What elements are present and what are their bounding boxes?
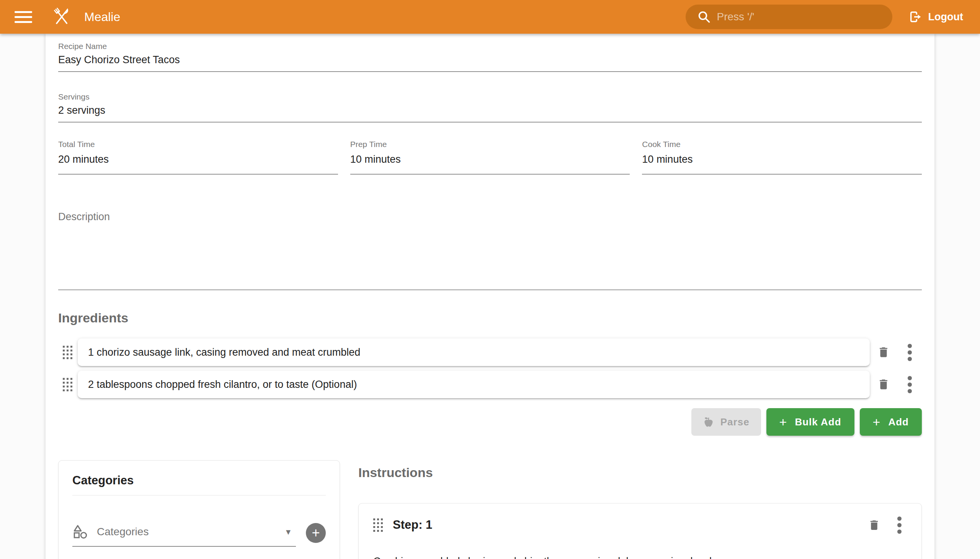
- search-icon: [697, 10, 711, 24]
- mealie-logo-icon: [50, 5, 73, 29]
- recipe-name-field: Recipe Name Easy Chorizo Street Tacos: [58, 41, 922, 72]
- servings-underline: [58, 122, 922, 122]
- instructions-section: Instructions Step: 1 Co: [358, 460, 922, 559]
- cook-time-input[interactable]: 10 minutes: [642, 152, 922, 166]
- app-title: Mealie: [84, 10, 120, 24]
- search-placeholder: Press '/': [717, 11, 755, 23]
- recipe-name-input[interactable]: Easy Chorizo Street Tacos: [58, 53, 922, 67]
- step-text-input[interactable]: Combine crumbled chorizo and chipotle pe…: [373, 554, 902, 559]
- apple-icon: [703, 416, 714, 428]
- drag-handle-icon[interactable]: [63, 346, 72, 359]
- trash-icon: [877, 378, 890, 391]
- categories-title: Categories: [72, 474, 326, 488]
- ingredient-row: 2 tablespoons chopped fresh cilantro, or…: [58, 370, 922, 398]
- ingredient-menu-button[interactable]: [897, 342, 922, 363]
- total-time-field: Total Time 20 minutes: [58, 139, 338, 175]
- delete-ingredient-button[interactable]: [870, 378, 897, 391]
- step-title: Step: 1: [393, 518, 868, 532]
- search-input[interactable]: Press '/': [686, 5, 892, 29]
- logout-icon: [909, 10, 923, 24]
- cook-time-field: Cook Time 10 minutes: [642, 139, 922, 175]
- kebab-icon: [908, 342, 912, 363]
- trash-icon: [868, 519, 881, 531]
- servings-label: Servings: [58, 92, 922, 102]
- bulk-add-button[interactable]: + Bulk Add: [767, 408, 854, 436]
- plus-icon: +: [312, 525, 320, 541]
- app-bar: Mealie Press '/' Logout: [0, 0, 980, 34]
- add-button[interactable]: + Add: [860, 408, 922, 436]
- recipe-name-label: Recipe Name: [58, 41, 922, 51]
- categories-select-row: Categories ▾ +: [72, 518, 326, 547]
- step-menu-button[interactable]: [897, 514, 902, 536]
- add-label: Add: [888, 416, 909, 428]
- step-header: Step: 1: [373, 513, 902, 537]
- servings-field: Servings 2 servings: [58, 92, 922, 122]
- categories-card: Categories Categories ▾ +: [58, 460, 340, 559]
- kebab-icon: [908, 374, 912, 395]
- servings-input[interactable]: 2 servings: [58, 103, 922, 117]
- ingredient-actions: Parse + Bulk Add + Add: [58, 408, 922, 436]
- categories-select[interactable]: Categories ▾: [72, 518, 296, 547]
- description-input[interactable]: [58, 223, 922, 289]
- parse-label: Parse: [721, 416, 750, 428]
- parse-button[interactable]: Parse: [691, 408, 761, 436]
- prep-time-input[interactable]: 10 minutes: [350, 152, 630, 166]
- ingredient-input[interactable]: 2 tablespoons chopped fresh cilantro, or…: [78, 370, 870, 398]
- ingredient-row: 1 chorizo sausage link, casing removed a…: [58, 339, 922, 366]
- ingredient-text: 1 chorizo sausage link, casing removed a…: [88, 347, 360, 358]
- drag-handle-icon[interactable]: [373, 518, 383, 532]
- prep-time-label: Prep Time: [350, 139, 630, 149]
- times-row: Total Time 20 minutes Prep Time 10 minut…: [58, 139, 922, 175]
- plus-icon: +: [779, 415, 787, 430]
- logout-button[interactable]: Logout: [909, 10, 963, 24]
- total-time-input[interactable]: 20 minutes: [58, 152, 338, 166]
- step-card: Step: 1 Combine crumbled chorizo and chi…: [358, 503, 922, 559]
- description-underline: [58, 289, 922, 290]
- bottom-section: Categories Categories ▾ + Instructi: [58, 460, 922, 559]
- recipe-name-underline: [58, 71, 922, 72]
- trash-icon: [877, 346, 890, 359]
- bulk-add-label: Bulk Add: [795, 416, 841, 428]
- add-category-button[interactable]: +: [306, 523, 326, 543]
- categories-select-label: Categories: [97, 526, 286, 538]
- menu-icon[interactable]: [15, 8, 32, 26]
- ingredient-text: 2 tablespoons chopped fresh cilantro, or…: [88, 379, 357, 390]
- description-field[interactable]: Description: [58, 210, 922, 290]
- total-time-label: Total Time: [58, 139, 338, 149]
- ingredients-heading: Ingredients: [58, 309, 922, 327]
- ingredient-input[interactable]: 1 chorizo sausage link, casing removed a…: [78, 339, 870, 366]
- drag-handle-icon[interactable]: [63, 378, 72, 391]
- delete-ingredient-button[interactable]: [870, 346, 897, 359]
- kebab-icon: [897, 514, 902, 536]
- description-label: Description: [58, 210, 922, 223]
- cook-time-label: Cook Time: [642, 139, 922, 149]
- delete-step-button[interactable]: [868, 519, 881, 531]
- plus-icon: +: [873, 415, 881, 430]
- shapes-icon: [72, 524, 88, 540]
- logout-label: Logout: [928, 11, 963, 23]
- chevron-down-icon[interactable]: ▾: [286, 526, 291, 537]
- recipe-editor-card: Recipe Name Easy Chorizo Street Tacos Se…: [46, 34, 934, 559]
- divider: [72, 495, 326, 495]
- ingredient-menu-button[interactable]: [897, 374, 922, 395]
- instructions-heading: Instructions: [358, 460, 922, 482]
- prep-time-field: Prep Time 10 minutes: [350, 139, 630, 175]
